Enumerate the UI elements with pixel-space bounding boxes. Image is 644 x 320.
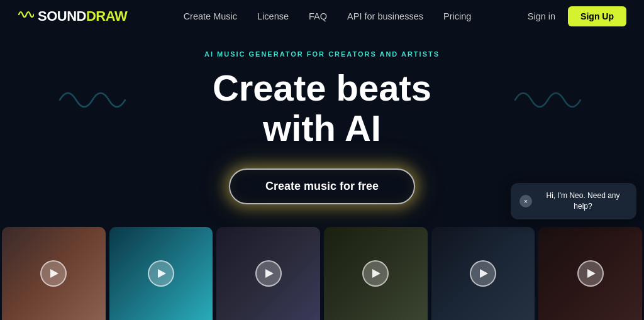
nav-links: Create Music License FAQ API for busines… [184, 11, 472, 22]
chat-widget: × Hi, I'm Neo. Need any help? [511, 183, 636, 219]
thumbnail-5 [431, 227, 535, 320]
sign-up-button[interactable]: Sign Up [568, 6, 626, 26]
nav-api[interactable]: API for businesses [347, 11, 423, 21]
thumbnail-1 [2, 227, 106, 320]
play-icon-6 [587, 269, 596, 278]
play-button-3[interactable] [255, 260, 282, 287]
logo[interactable]: SOUNDDRAW [18, 8, 127, 25]
wave-left-decoration [57, 83, 126, 120]
sign-in-link[interactable]: Sign in [528, 11, 555, 21]
navbar: SOUNDDRAW Create Music License FAQ API f… [0, 0, 644, 33]
play-button-6[interactable] [577, 260, 604, 287]
wave-right-decoration [512, 83, 581, 120]
logo-wave-icon [18, 8, 34, 25]
nav-license[interactable]: License [257, 11, 289, 21]
thumbnail-3 [216, 227, 320, 320]
thumbnail-4 [324, 227, 428, 320]
hero-section: AI MUSIC GENERATOR FOR CREATORS AND ARTI… [0, 33, 644, 320]
nav-pricing[interactable]: Pricing [443, 11, 471, 21]
play-icon-2 [158, 269, 166, 278]
nav-faq[interactable]: FAQ [309, 11, 327, 21]
nav-right: Sign in Sign Up [528, 6, 626, 26]
cta-wrapper: Create music for free [229, 168, 415, 204]
play-icon-3 [265, 269, 274, 278]
thumbnail-2 [109, 227, 213, 320]
hero-subtitle: AI MUSIC GENERATOR FOR CREATORS AND ARTI… [0, 50, 644, 58]
play-icon-5 [480, 269, 488, 278]
chat-close-button[interactable]: × [519, 195, 532, 207]
nav-create-music[interactable]: Create Music [184, 11, 237, 21]
play-icon-1 [50, 269, 58, 278]
play-button-5[interactable] [470, 260, 496, 287]
cta-button[interactable]: Create music for free [229, 168, 415, 204]
chat-message: Hi, I'm Neo. Need any help? [538, 190, 628, 212]
logo-text: SOUNDDRAW [38, 8, 127, 25]
thumbnails-row [0, 227, 644, 320]
play-button-2[interactable] [148, 260, 174, 287]
thumbnail-6 [538, 227, 642, 320]
play-icon-4 [372, 269, 380, 278]
